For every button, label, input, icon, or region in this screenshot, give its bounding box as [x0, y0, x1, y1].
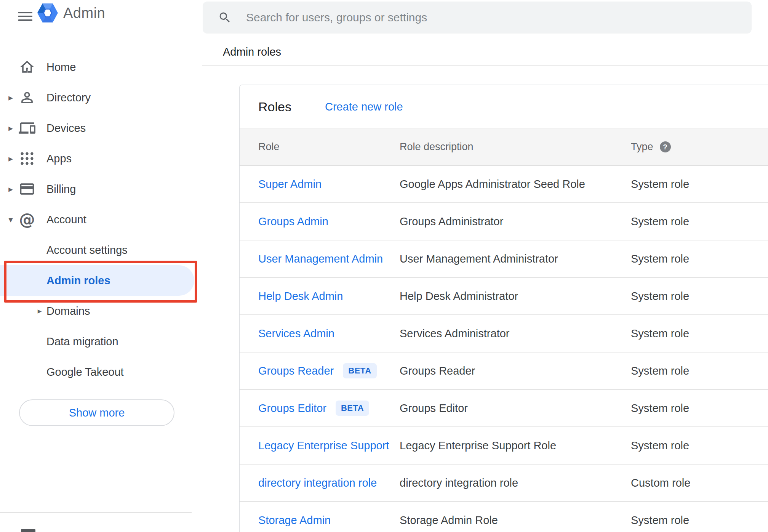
column-header-role-description: Role description [400, 141, 631, 153]
role-type: System role [631, 514, 768, 527]
role-description: directory integration role [400, 477, 631, 489]
role-cell: User Management Admin [258, 253, 400, 265]
role-link[interactable]: Groups Editor [258, 402, 326, 415]
chevron-right-icon[interactable]: ▸ [6, 143, 15, 174]
apps-icon [18, 150, 36, 167]
sidebar-item-account-settings[interactable]: Account settings [0, 235, 202, 265]
role-description: Groups Administrator [400, 215, 631, 228]
table-row: Storage Admin Storage Admin Role System … [240, 502, 768, 532]
role-link[interactable]: User Management Admin [258, 253, 383, 265]
role-cell: Groups Reader BETA [258, 363, 400, 378]
roles-title: Roles [258, 99, 291, 114]
chevron-right-icon[interactable]: ▸ [6, 113, 15, 143]
table-row: Groups Admin Groups Administrator System… [240, 203, 768, 240]
card-header: Roles Create new role [240, 85, 768, 128]
beta-badge: BETA [343, 363, 376, 378]
breadcrumb: Admin roles [223, 46, 281, 58]
table-header-row: Role Role description Type ? [240, 128, 768, 166]
role-cell: Storage Admin [258, 514, 400, 527]
role-description: Help Desk Administrator [400, 290, 631, 303]
app-bar-left: Admin [0, 0, 202, 35]
role-description: Legacy Enterprise Support Role [400, 439, 631, 452]
role-link[interactable]: Super Admin [258, 178, 322, 191]
table-row: Super Admin Google Apps Administrator Se… [240, 166, 768, 203]
role-type: System role [631, 290, 768, 303]
sidebar-item-home[interactable]: Home [0, 52, 202, 82]
home-icon [18, 58, 36, 76]
column-header-type: Type ? [631, 141, 768, 153]
role-type: System role [631, 402, 768, 415]
role-type: System role [631, 215, 768, 228]
card-icon [18, 180, 36, 198]
table-body: Super Admin Google Apps Administrator Se… [240, 166, 768, 532]
sidebar-item-billing[interactable]: ▸Billing [0, 174, 202, 204]
sidebar-item-label: Directory [46, 91, 91, 104]
show-more-button[interactable]: Show more [19, 399, 174, 426]
role-link[interactable]: directory integration role [258, 477, 377, 489]
sidebar-item-google-takeout[interactable]: Google Takeout [0, 357, 202, 387]
role-type: Custom role [631, 477, 768, 489]
sidebar-item-label: Account [46, 213, 86, 226]
role-link[interactable]: Groups Admin [258, 215, 328, 228]
main-content: Search for users, groups or settings Adm… [202, 0, 768, 532]
sidebar-item-label: Apps [46, 152, 72, 165]
search-icon [218, 11, 232, 24]
table-row: Groups Reader BETA Groups Reader System … [240, 353, 768, 390]
create-new-role-link[interactable]: Create new role [325, 101, 403, 113]
hamburger-menu-icon[interactable] [18, 10, 35, 25]
sidebar-item-label: Devices [46, 122, 86, 135]
sidebar-item-apps[interactable]: ▸Apps [0, 143, 202, 174]
at-icon: @ [18, 211, 36, 228]
role-description: Google Apps Administrator Seed Role [400, 178, 631, 191]
sidebar-item-label: Domains [46, 305, 90, 317]
column-header-role: Role [258, 141, 400, 153]
role-cell: Help Desk Admin [258, 290, 400, 303]
table-row: directory integration role directory int… [240, 465, 768, 502]
sidebar-nav: Home▸Directory▸Devices▸Apps▸Billing▾@Acc… [0, 52, 202, 387]
chevron-right-icon[interactable]: ▸ [6, 82, 15, 113]
sidebar-divider [0, 512, 192, 513]
beta-badge: BETA [336, 401, 369, 416]
role-cell: Groups Admin [258, 215, 400, 228]
role-link[interactable]: Legacy Enterprise Support [258, 439, 389, 452]
role-type: System role [631, 365, 768, 377]
table-row: Help Desk Admin Help Desk Administrator … [240, 278, 768, 315]
role-link[interactable]: Storage Admin [258, 514, 331, 527]
role-description: Groups Editor [400, 402, 631, 415]
partial-bottom-icon [21, 529, 35, 532]
role-link[interactable]: Groups Reader [258, 365, 334, 377]
role-description: Services Administrator [400, 327, 631, 340]
chevron-right-icon[interactable]: ▸ [35, 296, 44, 326]
role-cell: Groups Editor BETA [258, 401, 400, 416]
table-row: Legacy Enterprise Support Legacy Enterpr… [240, 427, 768, 465]
sidebar-item-domains[interactable]: ▸Domains [0, 296, 202, 326]
chevron-right-icon[interactable]: ▸ [6, 174, 15, 204]
role-description: User Management Administrator [400, 253, 631, 265]
search-bar[interactable]: Search for users, groups or settings [203, 2, 752, 34]
sidebar-item-label: Google Takeout [46, 366, 124, 378]
role-type: System role [631, 253, 768, 265]
sidebar-item-directory[interactable]: ▸Directory [0, 82, 202, 113]
sidebar-item-label: Data migration [46, 335, 118, 348]
role-type: System role [631, 439, 768, 452]
role-link[interactable]: Help Desk Admin [258, 290, 343, 303]
roles-card: Roles Create new role Role Role descript… [239, 85, 768, 532]
role-description: Groups Reader [400, 365, 631, 377]
sidebar-item-data-migration[interactable]: Data migration [0, 326, 202, 357]
admin-hexagon-icon [37, 2, 58, 24]
sidebar-item-devices[interactable]: ▸Devices [0, 113, 202, 143]
sidebar-item-label: Home [46, 61, 76, 74]
role-link[interactable]: Services Admin [258, 327, 334, 340]
role-type: System role [631, 178, 768, 191]
chevron-down-icon[interactable]: ▾ [6, 204, 15, 235]
table-row: User Management Admin User Management Ad… [240, 240, 768, 278]
app-title: Admin [63, 5, 105, 21]
sidebar-item-admin-roles[interactable]: Admin roles [0, 265, 194, 296]
sidebar-item-label: Admin roles [46, 274, 110, 287]
table-row: Groups Editor BETA Groups Editor System … [240, 390, 768, 427]
devices-icon [18, 119, 36, 137]
sidebar-item-label: Billing [46, 183, 76, 195]
role-cell: Super Admin [258, 178, 400, 191]
help-icon[interactable]: ? [660, 141, 671, 152]
sidebar-item-account[interactable]: ▾@Account [0, 204, 202, 235]
